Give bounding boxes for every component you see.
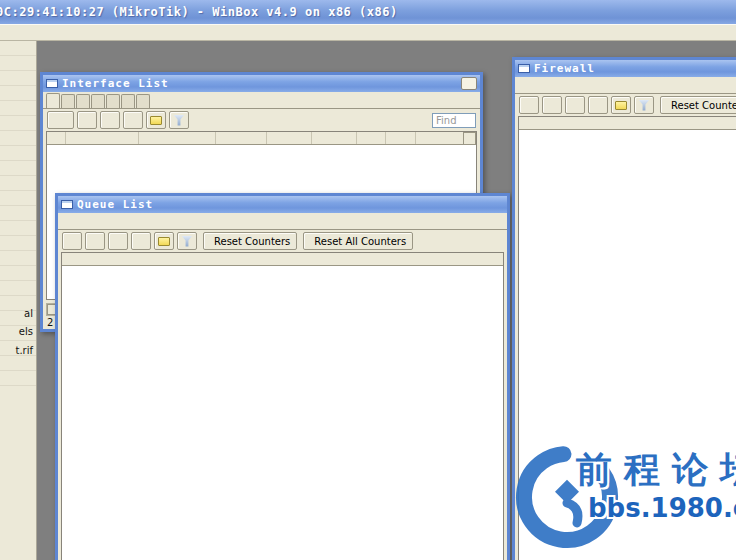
mangle-table-header (519, 117, 736, 130)
reset-counters-label: Reset Counters (214, 236, 290, 247)
sidebar-menu: al els t.rif (0, 41, 37, 560)
remove-button[interactable] (85, 232, 105, 250)
window-title: Interface List (62, 75, 169, 92)
tab[interactable] (121, 94, 135, 108)
comment-button[interactable] (146, 111, 166, 129)
main-window-titlebar[interactable]: 0C:29:41:10:27 (MikroTik) - WinBox v4.9 … (0, 0, 736, 24)
interface-table-header (47, 132, 476, 145)
queue-list-titlebar[interactable]: Queue List (58, 196, 507, 213)
add-button[interactable] (62, 232, 82, 250)
reset-all-counters-button[interactable]: Reset All Counters (303, 232, 413, 250)
enable-button[interactable] (100, 111, 120, 129)
filter-button[interactable] (177, 232, 197, 250)
interface-tab-bar (43, 92, 480, 109)
column-header[interactable] (216, 132, 267, 144)
tab[interactable] (91, 94, 105, 108)
column-header[interactable] (386, 132, 416, 144)
find-box[interactable]: Find (432, 113, 476, 128)
reset-counters-label: Reset Counters (671, 100, 736, 111)
comment-note-icon (615, 101, 627, 110)
add-button[interactable] (519, 96, 539, 114)
sidebar-item-label[interactable]: t.rif (15, 345, 33, 357)
comment-button[interactable] (611, 96, 631, 114)
main-toolbar-band (0, 24, 736, 41)
reset-counters-button[interactable]: Reset Counters (660, 96, 736, 114)
disable-button[interactable] (123, 111, 143, 129)
interface-toolbar: Find (43, 109, 480, 131)
remove-button[interactable] (77, 111, 97, 129)
winbox-app: 0C:29:41:10:27 (MikroTik) - WinBox v4.9 … (0, 0, 736, 560)
enable-button[interactable] (565, 96, 585, 114)
column-header[interactable] (312, 132, 357, 144)
firewall-tab-bar (515, 77, 736, 94)
queue-table-body (62, 266, 503, 560)
comment-note-icon (150, 116, 162, 125)
column-header[interactable] (47, 132, 66, 144)
enable-button[interactable] (108, 232, 128, 250)
firewall-window: Firewall Reset Counters (512, 57, 736, 560)
filter-funnel-icon (174, 115, 185, 126)
mangle-table-body (519, 130, 736, 560)
column-header[interactable] (66, 132, 139, 144)
disable-button[interactable] (588, 96, 608, 114)
queue-tree-table (61, 252, 504, 560)
filter-funnel-icon (639, 100, 650, 111)
queue-toolbar: Reset Counters Reset All Counters (58, 230, 507, 252)
disable-button[interactable] (131, 232, 151, 250)
window-icon (518, 64, 530, 73)
close-button[interactable] (461, 77, 477, 90)
window-icon (61, 200, 73, 209)
window-title: Firewall (534, 60, 595, 77)
remove-button[interactable] (542, 96, 562, 114)
reset-counters-button[interactable]: Reset Counters (203, 232, 297, 250)
reset-all-counters-label: Reset All Counters (314, 236, 406, 247)
filter-button[interactable] (169, 111, 189, 129)
tab[interactable] (46, 93, 60, 109)
tab[interactable] (76, 94, 90, 108)
queue-table-header (62, 253, 503, 266)
filter-button[interactable] (634, 96, 654, 114)
sidebar-item-label[interactable]: els (19, 326, 33, 338)
window-icon (46, 79, 58, 88)
column-header[interactable] (267, 132, 312, 144)
column-header[interactable] (139, 132, 216, 144)
tab[interactable] (61, 94, 75, 108)
filter-funnel-icon (182, 236, 193, 247)
comment-note-icon (158, 237, 170, 246)
comment-button[interactable] (154, 232, 174, 250)
tab[interactable] (136, 94, 150, 108)
tab[interactable] (106, 94, 120, 108)
column-select-button[interactable] (463, 132, 476, 145)
firewall-toolbar: Reset Counters (515, 94, 736, 116)
window-title: Queue List (77, 196, 153, 213)
column-header[interactable] (357, 132, 386, 144)
interface-list-titlebar[interactable]: Interface List (43, 75, 480, 92)
queue-tab-bar (58, 213, 507, 230)
sidebar-item-label[interactable]: al (24, 308, 33, 320)
main-window-title: 0C:29:41:10:27 (MikroTik) - WinBox v4.9 … (0, 0, 398, 24)
queue-list-window: Queue List Reset Counters Reset All Coun… (55, 193, 510, 560)
add-button[interactable] (47, 111, 74, 129)
mangle-table (518, 116, 736, 560)
firewall-titlebar[interactable]: Firewall (515, 60, 736, 77)
